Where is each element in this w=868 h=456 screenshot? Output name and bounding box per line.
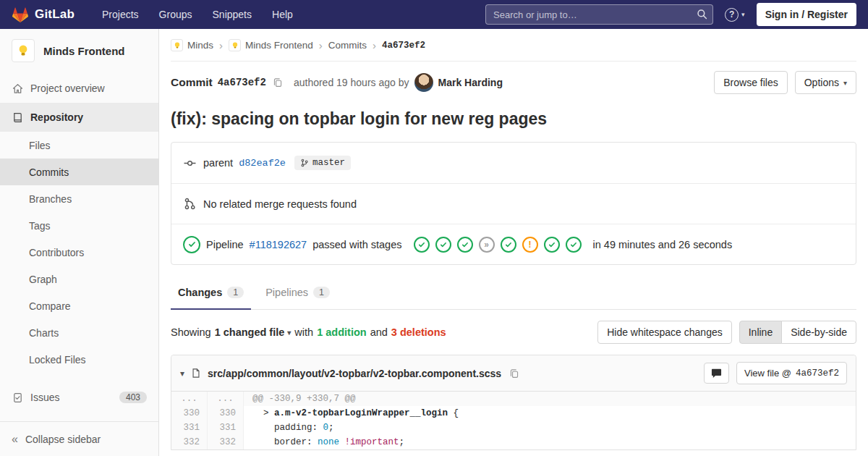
branch-icon xyxy=(300,159,309,167)
sidebar-item-repository[interactable]: Repository xyxy=(0,103,158,132)
gitlab-logo[interactable]: GitLab xyxy=(12,6,75,23)
diff-line: 332332 border: none !important; xyxy=(171,435,856,449)
collapse-diff-icon[interactable]: ▾ xyxy=(180,368,184,379)
view-file-sha: 4a673ef2 xyxy=(796,368,839,379)
branch-name: master xyxy=(312,158,345,168)
inline-view-button[interactable]: Inline xyxy=(739,321,782,344)
help-menu[interactable]: ? ▾ xyxy=(725,8,745,22)
top-navbar: GitLab ProjectsGroupsSnippetsHelp ? ▾ Si… xyxy=(0,0,868,29)
project-header[interactable]: Minds Frontend xyxy=(0,29,158,74)
breadcrumb-label: Minds Frontend xyxy=(245,40,313,51)
commit-meta-row: Commit 4a673ef2 authored 19 hours ago by… xyxy=(171,62,856,104)
copy-path-button[interactable] xyxy=(509,368,519,379)
commit-label: Commit xyxy=(171,76,213,89)
breadcrumb-item-minds-frontend[interactable]: Minds Frontend xyxy=(229,39,313,51)
chevron-down-icon: ▾ xyxy=(843,79,847,87)
sidebar-item-branches[interactable]: Branches xyxy=(0,185,158,212)
additions-count: 1 addition xyxy=(317,326,366,338)
sidebar-item-locked-files[interactable]: Locked Files xyxy=(0,346,158,373)
breadcrumb-item-commits[interactable]: Commits xyxy=(328,40,367,51)
sidebar-item-files[interactable]: Files xyxy=(0,132,158,159)
diff-line-number-old[interactable]: 331 xyxy=(171,421,208,435)
view-file-button[interactable]: View file @ 4a673ef2 xyxy=(736,362,847,384)
tab-pipelines[interactable]: Pipelines1 xyxy=(258,276,337,310)
sidebar-item-project-overview[interactable]: Project overview xyxy=(0,74,158,103)
commit-info-box: parent d82eaf2e master No related merge … xyxy=(171,142,856,265)
commit-icon xyxy=(183,157,196,169)
diff-code[interactable]: > a.m-v2-topbarLoginWrapper__login { xyxy=(244,406,856,421)
diff-line-number-old[interactable]: ... xyxy=(171,392,208,406)
diff-file-actions: View file @ 4a673ef2 xyxy=(704,362,847,384)
diff-code[interactable]: border: none !important; xyxy=(244,435,856,449)
options-dropdown-button[interactable]: Options ▾ xyxy=(795,71,856,94)
diff-line-number-old[interactable]: 330 xyxy=(171,406,208,421)
diff-code[interactable]: padding: 0; xyxy=(244,421,856,435)
navbar-link-snippets[interactable]: Snippets xyxy=(213,9,252,20)
authored-text: authored 19 hours ago by xyxy=(294,77,409,88)
merge-request-icon xyxy=(183,198,196,210)
file-path[interactable]: src/app/common/layout/v2-topbar/v2-topba… xyxy=(208,368,501,379)
sidebar-item-graph[interactable]: Graph xyxy=(0,266,158,292)
sidebar-item-commits[interactable]: Commits xyxy=(0,159,158,185)
diff-line-number-new[interactable]: 332 xyxy=(208,435,244,449)
sign-in-button[interactable]: Sign in / Register xyxy=(757,3,856,26)
diff-line-number-old[interactable]: 332 xyxy=(171,435,208,449)
pipeline-stage-passed-icon[interactable] xyxy=(501,237,516,253)
author-name-link[interactable]: Mark Harding xyxy=(438,77,503,88)
side-by-side-view-button[interactable]: Side-by-side xyxy=(781,321,856,344)
copy-sha-button[interactable] xyxy=(273,77,283,88)
sidebar-item-tags[interactable]: Tags xyxy=(0,212,158,239)
double-chevron-left-icon: « xyxy=(12,433,18,446)
pipeline-stages: »! xyxy=(414,237,582,253)
group-avatar-icon xyxy=(171,39,183,51)
sidebar-item-charts[interactable]: Charts xyxy=(0,319,158,346)
home-icon xyxy=(12,83,23,94)
changed-files-dropdown[interactable]: 1 changed file ▾ xyxy=(215,326,292,338)
pipeline-stage-passed-icon[interactable] xyxy=(435,237,451,253)
comment-button[interactable] xyxy=(704,363,729,384)
project-avatar-icon xyxy=(12,39,35,62)
diff-line-number-new[interactable]: ... xyxy=(208,392,244,406)
commit-title: (fix): spacing on topbar login for new r… xyxy=(171,109,856,129)
navbar-left: GitLab ProjectsGroupsSnippetsHelp xyxy=(12,6,293,23)
pipeline-stage-passed-icon[interactable] xyxy=(457,237,473,253)
navbar-link-groups[interactable]: Groups xyxy=(159,9,192,20)
author-avatar[interactable] xyxy=(414,73,433,92)
diff-line-number-new[interactable]: 331 xyxy=(208,421,244,435)
pipeline-stage-passed-icon[interactable] xyxy=(544,237,560,253)
breadcrumb-item-4a673ef2: 4a673ef2 xyxy=(382,41,425,51)
pipeline-stage-skipped-icon[interactable]: » xyxy=(479,237,495,253)
branch-ref[interactable]: master xyxy=(294,156,351,170)
hide-whitespace-button[interactable]: Hide whitespace changes xyxy=(597,321,732,344)
pipeline-link[interactable]: #118192627 xyxy=(250,239,307,250)
brand-name: GitLab xyxy=(35,7,75,22)
breadcrumb-item-minds[interactable]: Minds xyxy=(171,39,213,51)
diff-hunk-header: @@ -330,9 +330,7 @@ xyxy=(244,392,856,406)
breadcrumb-label: Minds xyxy=(187,40,213,51)
search-input[interactable] xyxy=(485,4,713,25)
commit-actions: Browse files Options ▾ xyxy=(714,71,856,94)
tab-label: Pipelines xyxy=(265,287,308,298)
diff-line: 330330 > a.m-v2-topbarLoginWrapper__logi… xyxy=(171,406,856,421)
sidebar: Minds Frontend Project overview Reposito… xyxy=(0,29,159,456)
navbar-link-help[interactable]: Help xyxy=(272,9,293,20)
pipeline-stage-passed-icon[interactable] xyxy=(566,237,582,253)
gitlab-tanuki-icon xyxy=(12,6,29,23)
pipeline-status-passed-icon[interactable] xyxy=(183,236,200,253)
changed-files-label: 1 changed file xyxy=(215,326,285,338)
diff-line-number-new[interactable]: 330 xyxy=(208,406,244,421)
sidebar-item-contributors[interactable]: Contributors xyxy=(0,239,158,266)
sidebar-item-label: Repository xyxy=(30,111,83,123)
tab-changes[interactable]: Changes1 xyxy=(171,276,251,310)
breadcrumb-separator-icon: › xyxy=(219,39,223,51)
browse-files-button[interactable]: Browse files xyxy=(714,71,787,94)
diff-file-header: ▾ src/app/common/layout/v2-topbar/v2-top… xyxy=(171,355,856,392)
navbar-link-projects[interactable]: Projects xyxy=(102,9,139,20)
sidebar-item-compare[interactable]: Compare xyxy=(0,292,158,319)
sidebar-item-issues[interactable]: Issues 403 xyxy=(0,383,158,412)
search-box[interactable] xyxy=(485,4,713,25)
pipeline-stage-passed-icon[interactable] xyxy=(414,237,430,253)
parent-sha-link[interactable]: d82eaf2e xyxy=(239,158,286,169)
pipeline-stage-warning-icon[interactable]: ! xyxy=(522,237,538,253)
collapse-sidebar-button[interactable]: « Collapse sidebar xyxy=(0,421,158,456)
